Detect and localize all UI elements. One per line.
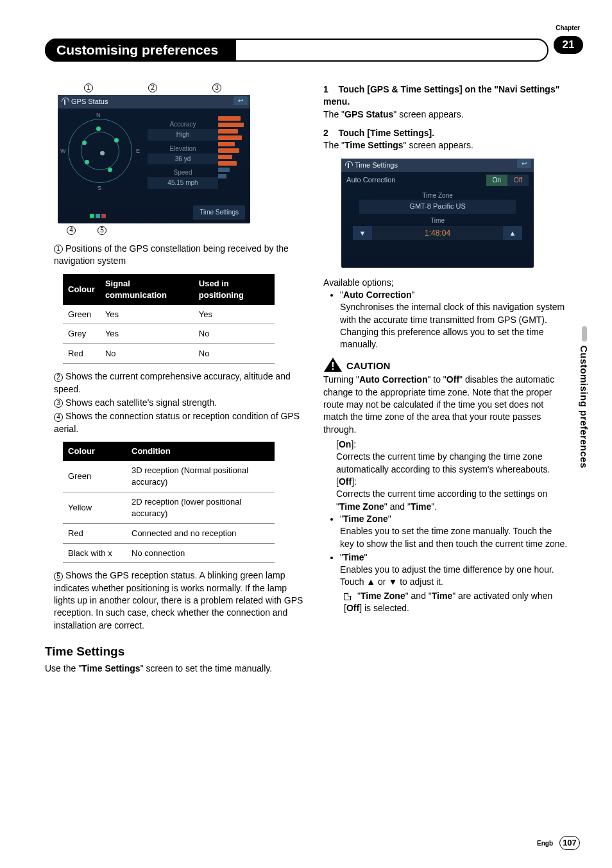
time-down-button[interactable]: ▼: [353, 226, 372, 240]
list-item: Shows the GPS reception status. A blinki…: [54, 570, 303, 630]
table-header: Condition: [126, 442, 275, 461]
page-title: Customising preferences: [45, 39, 236, 62]
colour-condition-table: Colour Condition Green3D reception (Norm…: [63, 442, 275, 564]
compass-n: N: [96, 111, 101, 119]
compass-w: W: [60, 147, 66, 155]
note-icon: [344, 593, 351, 600]
time-label: Time: [341, 214, 534, 225]
compass-s: S: [98, 184, 101, 192]
accuracy-value: High: [148, 129, 218, 141]
caution-body: Turning "Auto Correction" to "Off" disab…: [323, 374, 568, 436]
table-row: Black with xNo connection: [63, 543, 275, 563]
elevation-label: Elevation: [148, 144, 218, 153]
table-row: RedNoNo: [63, 344, 275, 364]
time-value: 1:48:04: [372, 226, 503, 240]
toggle-on[interactable]: On: [486, 175, 507, 186]
callout-1: 1: [84, 83, 93, 92]
table-row: Green3D reception (Normal positional acc…: [63, 461, 275, 492]
table-row: RedConnected and no reception: [63, 523, 275, 543]
auto-correction-toggle[interactable]: On Off: [486, 175, 529, 186]
speed-value: 45.15 mph: [148, 177, 218, 189]
back-icon[interactable]: ↩: [234, 96, 248, 105]
chapter-label: Chapter: [556, 24, 580, 31]
caution-label: CAUTION: [346, 360, 390, 373]
elevation-value: 36 yd: [148, 153, 218, 165]
antenna-icon: [345, 162, 352, 169]
on-option: [On]: Corrects the current time by chang…: [336, 438, 568, 476]
footer-language: Engb: [537, 840, 553, 847]
colour-signal-table: Colour Signal communication Used in posi…: [63, 274, 275, 365]
signal-bars: [218, 108, 250, 208]
table-row: GreyYesNo: [63, 324, 275, 344]
time-settings-button[interactable]: Time Settings: [193, 205, 245, 220]
table-header: Used in positioning: [194, 274, 275, 305]
table-header: Signal communication: [100, 274, 194, 305]
step-1: 1 Touch [GPS & Time Settings] on the "Na…: [323, 83, 568, 108]
side-tab-label: Customising preferences: [579, 345, 590, 469]
list-item: Shows the current comprehensive accuracy…: [54, 371, 291, 394]
back-icon[interactable]: ↩: [517, 159, 531, 168]
table-header: Colour: [63, 442, 126, 461]
timezone-label: Time Zone: [341, 189, 534, 200]
auto-correction-label: Auto Correction: [346, 175, 486, 185]
time-settings-intro: Use the "Time Settings" screen to set th…: [45, 663, 304, 675]
list-item: Shows each satellite's signal strength.: [65, 397, 217, 408]
svg-text:!: !: [331, 361, 334, 372]
option-time-zone: "Time Zone" Enables you to set the time …: [340, 513, 568, 550]
callout-5: 5: [98, 226, 106, 235]
off-option: [Off]: Corrects the current time accordi…: [336, 476, 568, 513]
callout-4: 4: [67, 226, 76, 235]
list-item: Shows the connection status or reception…: [54, 411, 300, 433]
speed-label: Speed: [148, 168, 218, 177]
time-up-button[interactable]: ▲: [503, 226, 522, 240]
accuracy-label: Accuracy: [148, 120, 218, 129]
compass-e: E: [136, 147, 140, 155]
time-settings-heading: Time Settings: [45, 643, 304, 660]
step-1-body: The "GPS Status" screen appears.: [323, 108, 568, 121]
gps-status-screenshot: GPS Status ↩ N S E W: [58, 95, 250, 223]
table-row: GreenYesYes: [63, 305, 275, 324]
step-2-body: The "Time Settings" screen appears.: [323, 139, 568, 152]
timezone-value[interactable]: GMT-8 Pacific US: [359, 200, 516, 213]
callout-2: 2: [148, 83, 157, 92]
option-auto-correction: "Auto Correction" Synchronises the inter…: [340, 289, 568, 351]
toggle-off[interactable]: Off: [507, 175, 529, 186]
available-options: Available options;: [323, 277, 568, 289]
callout-3: 3: [212, 83, 221, 92]
footer-page-number: 107: [559, 836, 580, 850]
time-settings-screenshot: Time Settings ↩ Auto Correction On Off T…: [341, 159, 534, 268]
step-2: 2 Touch [Time Settings].: [323, 127, 568, 139]
side-tab: Customising preferences: [579, 326, 590, 469]
caution-icon: !: [323, 357, 343, 372]
page-title-pill: Customising preferences: [45, 39, 548, 62]
table-header: Colour: [63, 274, 100, 305]
time-settings-title: Time Settings: [355, 161, 398, 170]
antenna-icon: [62, 98, 69, 105]
gps-status-title: GPS Status: [71, 97, 108, 107]
table-row: Yellow2D reception (lower positional acc…: [63, 492, 275, 523]
list-item: Positions of the GPS constellation being…: [54, 243, 289, 266]
option-time: "Time" Enables you to adjust the time di…: [340, 551, 568, 615]
